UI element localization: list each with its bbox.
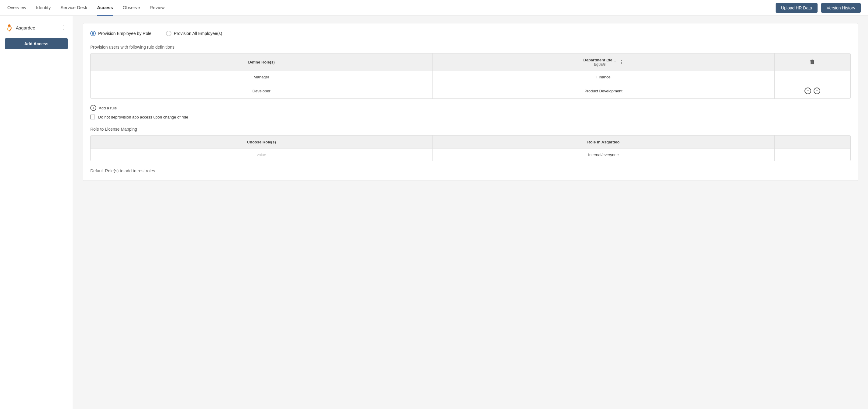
app-layout: Asgardeo ⋮ Add Access Provision Employee… — [0, 16, 868, 409]
sidebar-more-icon[interactable]: ⋮ — [60, 23, 68, 32]
nav-access[interactable]: Access — [97, 0, 113, 16]
role-in-asgardeo-cell: Internal/everyone — [432, 149, 774, 161]
license-table: Choose Role(s) Role in Asgardeo value In… — [91, 135, 850, 161]
dept-header-text: Department (de… Equals — [583, 58, 616, 67]
add-access-button[interactable]: Add Access — [5, 38, 68, 49]
brand-logo-icon — [5, 23, 13, 32]
choose-role-placeholder: value — [257, 153, 266, 157]
deprovision-checkbox-label: Do not deprovision app access upon chang… — [98, 115, 188, 119]
default-roles-title: Default Role(s) to add to rest roles — [90, 168, 851, 173]
add-rule-circle-icon: + — [90, 105, 96, 111]
col-header-spacer — [774, 135, 850, 149]
table-row: Manager Finance — [91, 71, 850, 83]
license-table-container: Choose Role(s) Role in Asgardeo value In… — [90, 135, 851, 161]
radio-all-label: Provision All Employee(s) — [174, 31, 222, 36]
nav-review[interactable]: Review — [150, 0, 165, 16]
rule-definitions-title: Provision users with following rule defi… — [90, 45, 851, 50]
sidebar-header: Asgardeo ⋮ — [0, 21, 73, 35]
radio-by-role-circle — [90, 31, 96, 36]
col-role-label: Define Role(s) — [248, 60, 275, 64]
table-row: value Internal/everyone — [91, 149, 850, 161]
add-row-button[interactable]: + — [813, 87, 821, 95]
actions-cell-1 — [774, 71, 850, 83]
brand: Asgardeo — [5, 23, 35, 32]
deprovision-checkbox[interactable] — [90, 115, 95, 119]
version-history-button[interactable]: Version History — [821, 3, 861, 13]
deprovision-checkbox-row: Do not deprovision app access upon chang… — [90, 115, 851, 119]
col-header-dept: Department (de… Equals ⋮ — [432, 54, 774, 71]
radio-by-role-label: Provision Employee by Role — [98, 31, 151, 36]
radio-all-circle — [166, 31, 172, 36]
provision-card: Provision Employee by Role Provision All… — [83, 23, 858, 181]
col-header-choose-roles: Choose Role(s) — [91, 135, 432, 149]
nav-actions: Upload HR Data Version History — [776, 3, 861, 13]
dept-col-subtitle: Equals — [583, 62, 616, 67]
radio-by-role-dot — [92, 32, 94, 35]
dept-column-menu-icon[interactable]: ⋮ — [619, 59, 624, 65]
nav-overview[interactable]: Overview — [7, 0, 26, 16]
radio-provision-by-role[interactable]: Provision Employee by Role — [90, 31, 151, 36]
col-header-role: Define Role(s) — [91, 54, 432, 71]
rules-table-container: Define Role(s) Department (de… Equals ⋮ — [90, 53, 851, 99]
remove-row-button[interactable]: − — [804, 87, 812, 95]
minus-icon: − — [804, 88, 811, 94]
license-mapping-title: Role to License Mapping — [90, 127, 851, 132]
add-rule-label: Add a rule — [99, 106, 117, 110]
rules-table: Define Role(s) Department (de… Equals ⋮ — [91, 54, 850, 98]
provision-radio-group: Provision Employee by Role Provision All… — [90, 31, 851, 36]
dept-col-title: Department (de… — [583, 58, 616, 62]
nav-observe[interactable]: Observe — [123, 0, 140, 16]
row-action-buttons: − + — [781, 87, 845, 95]
upload-hr-data-button[interactable]: Upload HR Data — [776, 3, 817, 13]
delete-column-icon[interactable]: 🗑 — [810, 59, 815, 65]
plus-icon: + — [814, 88, 820, 94]
add-rule-row[interactable]: + Add a rule — [90, 105, 851, 111]
dept-header-group: Department (de… Equals ⋮ — [439, 58, 768, 67]
brand-name: Asgardeo — [16, 25, 35, 30]
radio-provision-all[interactable]: Provision All Employee(s) — [166, 31, 222, 36]
nav-identity[interactable]: Identity — [36, 0, 51, 16]
license-actions-cell — [774, 149, 850, 161]
dept-cell-1: Finance — [432, 71, 774, 83]
sidebar: Asgardeo ⋮ Add Access — [0, 16, 73, 409]
choose-role-cell[interactable]: value — [91, 149, 432, 161]
col-header-role-in-asgardeo: Role in Asgardeo — [432, 135, 774, 149]
top-navigation: Overview Identity Service Desk Access Ob… — [0, 0, 868, 16]
col-header-actions: 🗑 — [774, 54, 850, 71]
actions-cell-2: − + — [774, 83, 850, 99]
role-cell-1: Manager — [91, 71, 432, 83]
role-cell-2: Developer — [91, 83, 432, 99]
dept-cell-2: Product Development — [432, 83, 774, 99]
nav-items: Overview Identity Service Desk Access Ob… — [7, 0, 165, 16]
nav-service-desk[interactable]: Service Desk — [60, 0, 87, 16]
table-row: Developer Product Development − + — [91, 83, 850, 99]
main-content: Provision Employee by Role Provision All… — [73, 16, 868, 409]
